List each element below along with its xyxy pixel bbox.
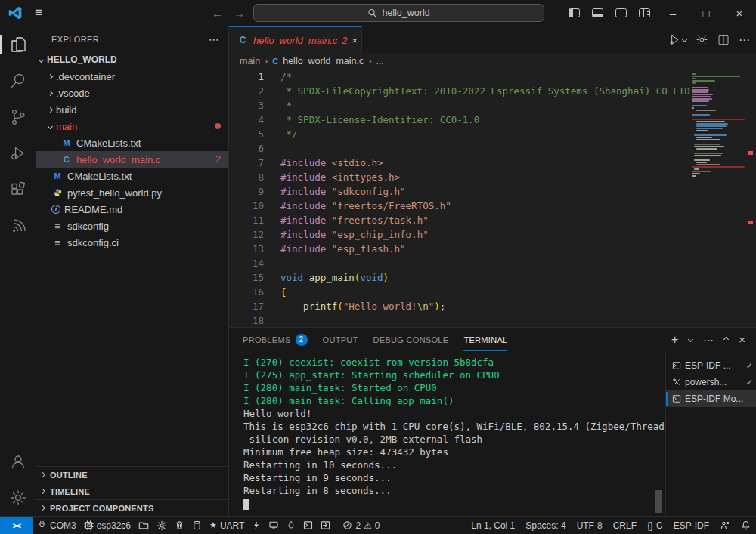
editor-more-actions-icon[interactable]: ⋯ xyxy=(739,33,750,47)
code-line-6[interactable]: 6 xyxy=(229,141,756,156)
status-device-target[interactable]: esp32c6 xyxy=(80,517,135,534)
new-terminal-icon[interactable]: + xyxy=(671,333,678,347)
panel-more-actions-icon[interactable]: ⋯ xyxy=(703,334,714,346)
section-outline[interactable]: OUTLINE xyxy=(36,466,228,483)
code-line-15[interactable]: 15void app_main(void) xyxy=(229,270,756,285)
breadcrumb-more[interactable]: ... xyxy=(376,56,383,66)
tab-terminal[interactable]: TERMINAL xyxy=(463,328,507,351)
breadcrumb[interactable]: main › C hello_world_main.c › ... xyxy=(229,53,756,69)
code-line-16[interactable]: 16{ xyxy=(229,285,756,299)
tree-item-build[interactable]: build xyxy=(36,101,228,118)
terminal-session-powersh-[interactable]: powersh...✓ xyxy=(666,374,756,390)
menu-icon[interactable]: ≡ xyxy=(35,5,42,20)
activity-account[interactable] xyxy=(0,443,36,480)
tree-item-readme-md[interactable]: iREADME.md xyxy=(36,201,228,218)
code-line-10[interactable]: 10#include "freertos/FreeRTOS.h" xyxy=(229,199,756,213)
status-feedback[interactable] xyxy=(714,517,736,534)
code-line-17[interactable]: 17 printf("Hello world!\n"); xyxy=(229,299,756,313)
status-monitor[interactable] xyxy=(265,517,283,534)
toggle-panel-icon[interactable] xyxy=(592,8,603,17)
back-button[interactable]: ← xyxy=(212,7,223,20)
activity-search[interactable] xyxy=(0,63,36,99)
status-notifications[interactable] xyxy=(736,517,756,534)
tab-problems[interactable]: PROBLEMS 2 xyxy=(243,328,308,351)
tab-debug-console[interactable]: DEBUG CONSOLE xyxy=(373,328,449,351)
code-line-5[interactable]: 5 */ xyxy=(229,127,756,141)
code-line-14[interactable]: 14 xyxy=(229,256,756,270)
status-encoding[interactable]: UTF-8 xyxy=(572,517,608,534)
close-panel-icon[interactable]: × xyxy=(739,333,745,346)
tree-item-cmakelists-txt[interactable]: MCMakeLists.txt xyxy=(36,134,228,151)
settings-gear-icon[interactable] xyxy=(696,33,708,46)
split-editor-icon[interactable] xyxy=(717,34,730,46)
terminal-scrollbar[interactable] xyxy=(655,490,662,513)
tab-output[interactable]: OUTPUT xyxy=(323,328,358,351)
status-full-clean[interactable] xyxy=(171,517,188,534)
maximize-panel-icon[interactable] xyxy=(723,337,729,342)
section-project-components[interactable]: PROJECT COMPONENTS xyxy=(36,499,228,516)
tree-item-sdkconfig[interactable]: ≡sdkconfig xyxy=(36,218,228,234)
activity-extensions[interactable] xyxy=(0,171,36,208)
tab-close-icon[interactable]: × xyxy=(352,35,358,46)
tree-item-sdkconfig-ci[interactable]: ≡sdkconfig.ci xyxy=(36,234,228,251)
status-language-mode[interactable]: {} C xyxy=(642,517,668,534)
code-line-2[interactable]: 2 * SPDX-FileCopyrightText: 2010-2022 Es… xyxy=(229,84,756,98)
code-line-13[interactable]: 13#include "esp_flash.h" xyxy=(229,242,756,256)
status-indentation[interactable]: Spaces: 4 xyxy=(520,517,571,534)
close-button[interactable]: × xyxy=(723,0,756,26)
code-line-1[interactable]: 1/* xyxy=(229,69,756,84)
customize-layout-icon[interactable] xyxy=(639,8,650,17)
tree-item-pytest-hello-world-py[interactable]: pytest_hello_world.py xyxy=(36,184,228,201)
activity-explorer[interactable] xyxy=(0,26,36,63)
status-espidf-version[interactable]: ESP-IDF xyxy=(668,517,714,534)
code-line-18[interactable]: 18 xyxy=(229,313,756,327)
toggle-secondary-sidebar-icon[interactable] xyxy=(615,8,627,17)
code-line-9[interactable]: 9#include "sdkconfig.h" xyxy=(229,184,756,199)
forward-button[interactable]: → xyxy=(234,7,245,20)
tab-hello-world-main-c[interactable]: C hello_world_main.c 2 × xyxy=(229,26,362,53)
status-eol[interactable]: CRLF xyxy=(608,517,642,534)
code-line-7[interactable]: 7#include <stdio.h> xyxy=(229,156,756,170)
status-flash[interactable] xyxy=(248,517,265,534)
code-line-3[interactable]: 3 * xyxy=(229,98,756,113)
overview-ruler[interactable] xyxy=(745,69,756,327)
code-line-11[interactable]: 11#include "freertos/task.h" xyxy=(229,213,756,227)
activity-settings[interactable] xyxy=(0,480,36,516)
terminal-output[interactable]: I (270) coexist: coexist rom version 5b8… xyxy=(229,351,665,516)
remote-indicator[interactable]: >< xyxy=(0,517,33,534)
command-center-search[interactable]: hello_world xyxy=(253,4,544,22)
breadcrumb-file[interactable]: hello_world_main.c xyxy=(283,56,364,66)
status-flash-method[interactable] xyxy=(135,517,153,534)
breadcrumb-folder[interactable]: main xyxy=(240,56,260,66)
tree-item--vscode[interactable]: .vscode xyxy=(36,85,228,101)
status-custom-task[interactable] xyxy=(317,517,334,534)
status-erase-flash[interactable] xyxy=(188,517,206,534)
tree-root-hello-world[interactable]: HELLO_WORLD xyxy=(36,51,228,68)
status-uart[interactable]: ★ UART xyxy=(206,517,248,534)
activity-run-debug[interactable] xyxy=(0,135,36,171)
terminal-dropdown-icon[interactable] xyxy=(688,337,693,342)
minimize-button[interactable]: – xyxy=(656,0,689,26)
tree-item-cmakelists-txt[interactable]: MCMakeLists.txt xyxy=(36,168,228,184)
status-problems[interactable]: 2 ⚠ 0 xyxy=(339,517,383,534)
tree-item-hello-world-main-c[interactable]: Chello_world_main.c2 xyxy=(36,151,228,168)
code-line-12[interactable]: 12#include "esp_chip_info.h" xyxy=(229,227,756,242)
activity-espressif[interactable] xyxy=(0,208,36,244)
code-line-4[interactable]: 4 * SPDX-License-Identifier: CC0-1.0 xyxy=(229,113,756,127)
minimap[interactable] xyxy=(692,73,745,177)
activity-source-control[interactable] xyxy=(0,99,36,135)
section-timeline[interactable]: TIMELINE xyxy=(36,483,228,499)
status-menuconfig[interactable] xyxy=(153,517,171,534)
terminal-session-esp-idf-mo-[interactable]: ESP-IDF Mo... xyxy=(666,390,756,407)
code-line-8[interactable]: 8#include <inttypes.h> xyxy=(229,170,756,184)
maximize-button[interactable]: □ xyxy=(689,0,723,26)
status-cursor-position[interactable]: Ln 1, Col 1 xyxy=(466,517,520,534)
status-serial-port[interactable]: COM3 xyxy=(33,517,80,534)
code-editor[interactable]: 1/*2 * SPDX-FileCopyrightText: 2010-2022… xyxy=(229,69,756,327)
explorer-more-actions-icon[interactable]: ⋯ xyxy=(209,33,219,45)
terminal-session-esp-idf-[interactable]: ESP-IDF ...✓ xyxy=(666,357,756,374)
status-terminal[interactable] xyxy=(299,517,317,534)
toggle-sidebar-icon[interactable] xyxy=(569,8,580,17)
status-build-flash-monitor[interactable] xyxy=(283,517,299,534)
tree-item--devcontainer[interactable]: .devcontainer xyxy=(36,68,228,85)
